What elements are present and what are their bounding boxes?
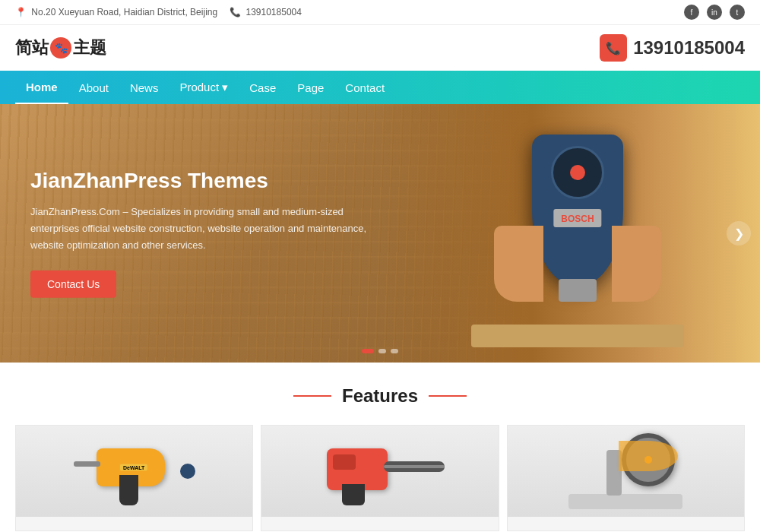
title-line-right [429,395,467,397]
facebook-icon[interactable]: f [684,5,699,20]
top-bar: 📍 No.20 Xueyuan Road, Haidian District, … [0,0,760,25]
nav-about[interactable]: About [68,71,119,104]
features-section: Features DeWALT [0,363,760,531]
hero-slider: BOSCH JianZhanPress Themes JianZhanPress… [0,104,760,363]
hero-content: JianZhanPress Themes JianZhanPress.Com –… [30,169,372,298]
hero-dot-1[interactable] [362,349,374,353]
features-heading: Features [342,385,418,407]
tool-background: BOSCH [380,104,760,363]
dewalt-image: DeWALT [16,426,252,517]
social-links: f in t [684,5,745,20]
feature-card-miter [507,425,745,531]
top-bar-left: 📍 No.20 Xueyuan Road, Haidian District, … [15,7,302,17]
phone-icon: 📞 [600,34,627,62]
hero-description: JianZhanPress.Com – Specializes in provi… [30,204,372,254]
pin-icon: 📍 [15,7,27,17]
twitter-icon[interactable]: t [730,5,745,20]
hero-arrow-right[interactable]: ❯ [727,221,751,245]
miter-image [508,426,744,517]
paw-icon: 🐾 [50,37,71,59]
nav-product[interactable]: Product ▾ [169,71,239,104]
navigation: Home About News Product ▾ Case Page Cont… [0,71,760,104]
hero-title: JianZhanPress Themes [30,169,372,193]
logo-text-left: 简站 [15,36,49,59]
hero-dots [362,349,398,353]
logo-text-right: 主题 [73,36,106,59]
linkedin-icon[interactable]: in [707,5,722,20]
features-title: Features [15,385,745,407]
nav-home[interactable]: Home [15,71,68,104]
phone-icon-small: 📞 [230,7,241,17]
nav-contact[interactable]: Contact [334,71,395,104]
header-phone-number: 13910185004 [633,37,745,59]
feature-card-chainsaw [261,425,499,531]
feature-card-dewalt: DeWALT [15,425,253,531]
logo[interactable]: 简站 🐾 主题 [15,36,106,59]
dewalt-brand-label: DeWALT [120,464,147,471]
feature-cards: DeWALT [15,425,745,531]
brand-label: BOSCH [561,214,594,224]
hero-tool-image: BOSCH [380,104,760,363]
contact-us-button[interactable]: Contact Us [30,271,116,298]
nav-case[interactable]: Case [239,71,287,104]
nav-page[interactable]: Page [287,71,334,104]
hero-dot-3[interactable] [391,349,398,353]
address-text: 📍 No.20 Xueyuan Road, Haidian District, … [15,7,217,17]
title-line-left [293,395,331,397]
nav-news[interactable]: News [119,71,169,104]
header-phone: 📞 13910185004 [600,34,745,62]
hero-dot-2[interactable] [378,349,386,353]
header: 简站 🐾 主题 📞 13910185004 [0,25,760,71]
phone-text: 📞 13910185004 [230,7,302,17]
chainsaw-image [261,426,498,517]
